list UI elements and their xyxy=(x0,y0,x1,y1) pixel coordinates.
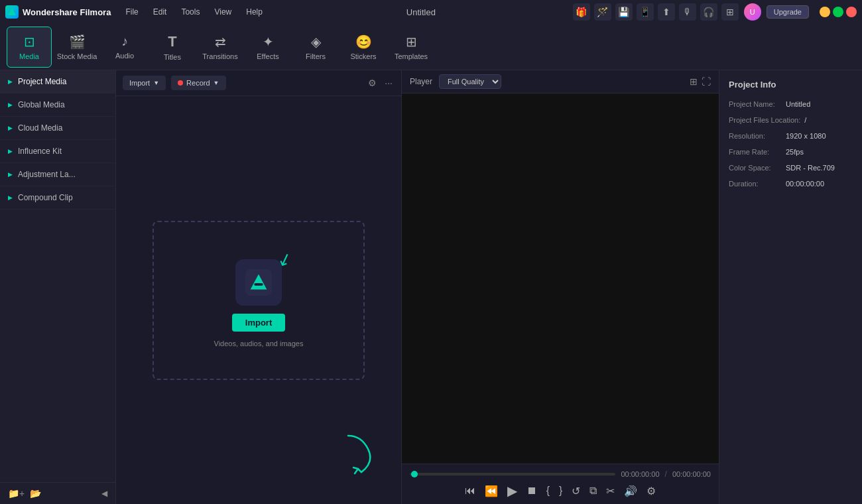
clip-icon[interactable]: ✂ xyxy=(606,485,615,497)
titles-label: Titles xyxy=(164,53,181,61)
time-divider: / xyxy=(665,470,667,479)
record-button[interactable]: Record ▼ xyxy=(171,76,225,90)
cloud-media-label: Cloud Media xyxy=(18,123,107,133)
maximize-button[interactable]: □ xyxy=(833,7,843,17)
phone-icon[interactable]: 📱 xyxy=(637,3,654,21)
info-row-duration: Duration: 00:00:00:00 xyxy=(729,180,853,188)
fullscreen-icon[interactable]: ⛶ xyxy=(702,76,711,87)
media-toolbar: Import ▼ Record ▼ ⚙ ··· xyxy=(116,70,401,96)
play-button[interactable]: ▶ xyxy=(507,483,517,499)
import-area: ↙ Import Videos, audios, and images xyxy=(116,96,401,504)
info-row-resolution: Resolution: 1920 x 1080 xyxy=(729,132,853,140)
window-controls: − □ × xyxy=(820,7,857,17)
close-button[interactable]: × xyxy=(846,7,857,17)
settings-icon[interactable]: ⚙ xyxy=(646,485,656,497)
volume-icon[interactable]: 🔊 xyxy=(624,485,637,497)
sidebar-item-cloud-media[interactable]: ▶ Cloud Media xyxy=(0,117,115,140)
toolbar-titles[interactable]: T Titles xyxy=(150,27,195,68)
sidebar-item-project-media[interactable]: ▶ Project Media xyxy=(0,70,115,94)
titlebar-icons: 🎁 🪄 💾 📱 ⬆ 🎙 🎧 ⊞ xyxy=(573,3,739,21)
progress-handle[interactable] xyxy=(411,471,418,477)
import-arrow-graphic xyxy=(295,429,375,484)
svg-marker-0 xyxy=(8,8,16,15)
toolbar-effects[interactable]: ✦ Effects xyxy=(245,27,290,68)
grid-view-icon[interactable]: ⊞ xyxy=(690,76,698,87)
resolution-label: Resolution: xyxy=(729,132,782,140)
transitions-label: Transitions xyxy=(202,52,237,60)
resolution-value: 1920 x 1080 xyxy=(786,132,826,140)
import-caret-icon: ▼ xyxy=(153,80,159,86)
minimize-button[interactable]: − xyxy=(820,7,830,17)
toolbar-stock-media[interactable]: 🎬 Stock Media xyxy=(54,27,99,68)
menu-edit[interactable]: Edit xyxy=(147,5,174,19)
project-info-title: Project Info xyxy=(729,80,853,90)
info-row-framerate: Frame Rate: 25fps xyxy=(729,148,853,156)
info-row-colorspace: Color Space: SDR - Rec.709 xyxy=(729,164,853,172)
toolbar-filters[interactable]: ◈ Filters xyxy=(293,27,338,68)
menu-file[interactable]: File xyxy=(119,5,145,19)
frame-back-icon[interactable]: ⏪ xyxy=(485,485,498,497)
stock-media-icon: 🎬 xyxy=(69,34,86,50)
user-avatar[interactable]: U xyxy=(744,3,761,21)
loop-icon[interactable]: ↺ xyxy=(572,485,580,497)
stop-button[interactable]: ⏹ xyxy=(526,485,537,497)
quality-select[interactable]: Full Quality 1/2 Quality 1/4 Quality xyxy=(439,74,501,89)
left-sidebar: ▶ Project Media ▶ Global Media ▶ Cloud M… xyxy=(0,70,116,504)
titlebar-left: Wondershare Filmora File Edit Tools View… xyxy=(5,5,269,19)
filters-label: Filters xyxy=(306,52,326,60)
record-dot-icon xyxy=(178,80,183,86)
sidebar-item-global-media[interactable]: ▶ Global Media xyxy=(0,94,115,117)
effects-label: Effects xyxy=(257,52,278,60)
record-caret-icon: ▼ xyxy=(214,80,219,86)
skip-back-icon[interactable]: ⏮ xyxy=(465,485,475,497)
media-label: Media xyxy=(19,52,39,60)
mic-icon[interactable]: 🎙 xyxy=(679,3,696,21)
player-icons: ⊞ ⛶ xyxy=(690,76,711,87)
toolbar-transitions[interactable]: ⇄ Transitions xyxy=(198,27,243,68)
wand-icon[interactable]: 🪄 xyxy=(594,3,611,21)
toolbar-media[interactable]: ⊡ Media xyxy=(7,27,52,68)
player-panel: Player Full Quality 1/2 Quality 1/4 Qual… xyxy=(401,70,719,504)
arrow-icon-global-media: ▶ xyxy=(8,101,13,108)
titlebar: Wondershare Filmora File Edit Tools View… xyxy=(0,0,862,24)
import-media-button[interactable]: Import xyxy=(232,314,285,332)
import-button[interactable]: Import ▼ xyxy=(123,76,166,90)
arrow-icon-compound: ▶ xyxy=(8,194,13,201)
sidebar-item-compound-clip[interactable]: ▶ Compound Clip xyxy=(0,186,115,210)
mark-out-icon[interactable]: } xyxy=(559,485,562,497)
gift-icon[interactable]: 🎁 xyxy=(573,3,590,21)
mark-in-icon[interactable]: { xyxy=(546,485,550,497)
grid-icon[interactable]: ⊞ xyxy=(721,3,739,21)
add-folder-icon[interactable]: 📁+ xyxy=(8,488,25,499)
menu-help[interactable]: Help xyxy=(239,5,269,19)
new-folder-icon[interactable]: 📂 xyxy=(30,488,41,499)
menu-tools[interactable]: Tools xyxy=(174,5,206,19)
sidebar-item-influence-kit[interactable]: ▶ Influence Kit xyxy=(0,140,115,163)
sidebar-collapse-icon[interactable]: ◀ xyxy=(101,489,107,498)
import-label: Import xyxy=(129,79,150,87)
app-logo-icon xyxy=(5,5,19,19)
headset-icon[interactable]: 🎧 xyxy=(700,3,717,21)
sidebar-item-adjustment-la[interactable]: ▶ Adjustment La... xyxy=(0,163,115,186)
duration-value: 00:00:00:00 xyxy=(786,180,824,188)
project-media-label: Project Media xyxy=(18,77,107,86)
import-drop-zone[interactable]: ↙ Import Videos, audios, and images xyxy=(153,221,365,380)
progress-bar[interactable] xyxy=(410,473,615,475)
menu-view[interactable]: View xyxy=(208,5,238,19)
titles-icon: T xyxy=(168,33,176,50)
player-buttons: ⏮ ⏪ ▶ ⏹ { } ↺ ⧉ ✂ 🔊 ⚙ xyxy=(410,483,711,499)
player-progress: 00:00:00:00 / 00:00:00:00 xyxy=(410,470,711,479)
global-media-label: Global Media xyxy=(18,100,107,109)
upgrade-button[interactable]: Upgrade xyxy=(767,5,809,19)
duration-label: Duration: xyxy=(729,180,782,188)
toolbar-audio[interactable]: ♪ Audio xyxy=(102,27,147,68)
export-frame-icon[interactable]: ⧉ xyxy=(589,485,597,497)
arrow-icon-cloud-media: ▶ xyxy=(8,125,13,131)
filter-icon[interactable]: ⚙ xyxy=(366,76,379,90)
toolbar-stickers[interactable]: 😊 Stickers xyxy=(341,27,386,68)
save-icon[interactable]: 💾 xyxy=(615,3,633,21)
export-icon[interactable]: ⬆ xyxy=(658,3,675,21)
toolbar-templates[interactable]: ⊞ Templates xyxy=(389,27,434,68)
more-options-icon[interactable]: ··· xyxy=(383,76,395,90)
effects-icon: ✦ xyxy=(263,34,274,50)
